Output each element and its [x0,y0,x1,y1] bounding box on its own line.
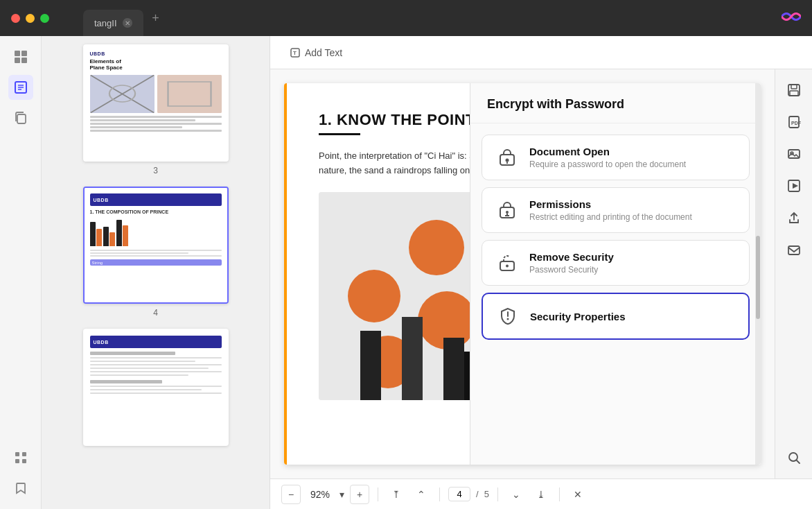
thumb-img-4: UBDB 1. THE COMPOSITION OF PRINCE [85,188,227,302]
encrypt-panel: Encrypt with Password [470,83,761,465]
separator-1 [378,488,378,501]
encrypt-option-remove-security[interactable]: Remove Security Password Security [482,240,750,286]
traffic-lights [11,14,49,23]
svg-rect-12 [22,459,26,463]
bottom-bar: − 92% ▾ + ⤒ ⌃ 4 / 5 ⌄ ⤓ ✕ [270,478,812,509]
permissions-text: Permissions Restrict editing and printin… [529,198,692,222]
active-tab[interactable]: tangII ✕ [83,10,143,36]
sidebar-item-copy[interactable] [8,105,33,130]
encrypt-header: Encrypt with Password [470,83,761,123]
security-properties-title: Security Properties [530,311,626,322]
svg-rect-41 [791,85,797,89]
svg-rect-11 [15,459,19,463]
sidebar-item-annotation[interactable] [8,75,33,100]
encrypt-option-security-properties[interactable]: Security Properties [482,293,750,340]
remove-security-text: Remove Security Password Security [529,251,614,275]
share-button[interactable] [782,205,806,230]
thumb-group-4: UBDB 1. THE COMPOSITION OF PRINCE [50,187,261,318]
thumb-card-3[interactable]: UBDB Elements ofPlane Space [83,44,229,162]
encrypt-title: Encrypt with Password [487,97,744,112]
document-open-desc: Require a password to open the document [529,159,686,169]
encrypt-options: Document Open Require a password to open… [470,123,761,465]
encrypt-option-permissions[interactable]: Permissions Restrict editing and printin… [482,187,750,233]
svg-rect-27 [402,317,423,400]
svg-point-23 [348,270,400,322]
separator-3 [497,488,498,501]
thumb-card-4[interactable]: UBDB 1. THE COMPOSITION OF PRINCE [83,187,229,304]
sidebar-item-thumbnail[interactable] [8,44,33,69]
security-properties-icon [495,304,520,329]
svg-point-34 [506,211,509,214]
main-content: T Add Text 1. KNOW THE POINTS Point, the… [270,36,812,509]
thumb-img-3: UBDB Elements ofPlane Space [85,46,227,160]
page-separator: / [476,489,479,499]
document-open-text: Document Open Require a password to open… [529,146,686,169]
page-total: 5 [484,489,489,499]
left-sidebar [0,36,42,509]
thumbnail-panel[interactable]: UBDB Elements ofPlane Space [42,36,270,509]
permissions-title: Permissions [529,198,692,210]
pdf-underline [319,133,360,135]
thumb-group-3: UBDB Elements ofPlane Space [50,44,261,175]
svg-point-31 [506,159,509,162]
play-button[interactable] [782,173,806,198]
page-input[interactable]: 4 [448,487,470,501]
add-text-label: Add Text [305,47,342,58]
remove-security-title: Remove Security [529,251,614,263]
add-tab-button[interactable]: + [146,8,166,28]
app-logo [782,10,801,26]
sidebar-item-bookmark[interactable] [8,476,33,501]
thumb-num-3: 3 [153,166,158,175]
zoom-out-button[interactable]: − [281,485,301,504]
encrypt-option-document-open[interactable]: Document Open Require a password to open… [482,135,750,180]
tab-close-button[interactable]: ✕ [123,18,132,28]
first-page-button[interactable]: ⤒ [387,485,406,504]
next-page-button[interactable]: ⌄ [506,485,526,504]
pdf-export-button[interactable]: PDF [782,110,806,135]
add-text-button[interactable]: T Add Text [281,43,351,62]
minimize-button[interactable] [26,14,35,23]
titlebar: tangII ✕ + [0,0,812,36]
zoom-dropdown-button[interactable]: ▾ [339,489,344,500]
thumb-group-5: UBDB [50,329,261,460]
svg-rect-9 [15,452,19,456]
page-accent [284,83,287,465]
document-open-icon [495,145,520,170]
svg-point-38 [506,265,509,268]
svg-text:T: T [293,50,297,56]
zoom-in-button[interactable]: + [350,485,369,504]
svg-line-51 [797,460,800,463]
doc-area: 1. KNOW THE POINTS Point, the interpreta… [270,69,812,478]
scroll-track[interactable] [755,83,761,465]
thumb-num-4: 4 [153,308,158,318]
separator-2 [439,488,440,501]
svg-point-22 [409,220,464,275]
search-button[interactable] [782,445,806,470]
svg-rect-17 [157,75,222,113]
close-button[interactable] [11,14,20,23]
thumb-card-5[interactable]: UBDB [83,329,229,446]
svg-rect-42 [790,91,798,96]
pdf-page: 1. KNOW THE POINTS Point, the interpreta… [284,83,761,465]
close-toolbar-button[interactable]: ✕ [568,485,588,504]
svg-point-50 [789,453,797,461]
image-export-button[interactable] [782,141,806,166]
svg-rect-3 [21,58,27,63]
mail-button[interactable] [782,237,806,262]
prev-page-button[interactable]: ⌃ [412,485,431,504]
sidebar-item-grid[interactable] [8,445,33,470]
svg-rect-8 [17,114,26,123]
svg-rect-0 [15,51,20,56]
scroll-thumb [756,236,760,319]
svg-rect-2 [15,58,20,63]
maximize-button[interactable] [40,14,49,23]
permissions-desc: Restrict editing and printing of the doc… [529,212,692,222]
svg-rect-10 [22,452,26,456]
svg-marker-48 [793,183,798,189]
security-properties-text: Security Properties [530,311,626,322]
save-button[interactable] [782,78,806,103]
last-page-button[interactable]: ⤓ [531,485,551,504]
svg-rect-49 [788,246,800,254]
separator-4 [559,488,560,501]
tab-bar: tangII ✕ + [83,0,770,36]
